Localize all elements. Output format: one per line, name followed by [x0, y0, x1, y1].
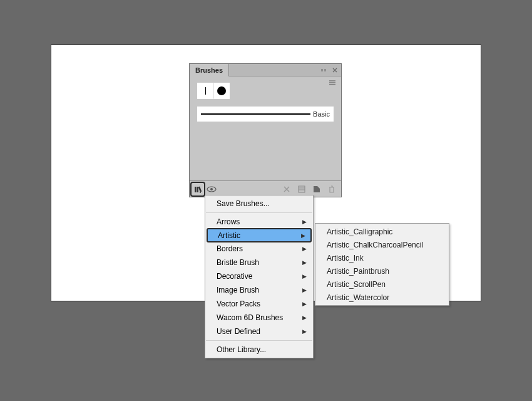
menu-artistic[interactable]: Artistic ▶	[207, 228, 312, 242]
submenu-artistic-chalkcharcoal[interactable]: Artistic_ChalkCharcoalPencil	[315, 238, 449, 251]
tab-brushes[interactable]: Brushes	[190, 64, 229, 76]
menu-label: Borders	[217, 244, 243, 253]
menu-other-library[interactable]: Other Library...	[205, 343, 313, 357]
brush-list-item-basic[interactable]: Basic	[197, 107, 334, 122]
menu-bristle-brush[interactable]: Bristle Brush ▶	[205, 256, 313, 269]
brush-libraries-menu: Save Brushes... Arrows ▶ Artistic ▶ Bord…	[205, 195, 314, 358]
menu-label: User Defined	[217, 327, 260, 336]
menu-label: Save Brushes...	[217, 199, 270, 208]
menu-label: Artistic_Calligraphic	[327, 227, 392, 236]
svg-point-1	[210, 188, 213, 190]
svg-point-6	[200, 192, 201, 193]
menu-user-defined[interactable]: User Defined ▶	[205, 325, 313, 338]
menu-label: Artistic	[218, 231, 240, 240]
menu-label: Decorative	[217, 272, 252, 281]
menu-borders[interactable]: Borders ▶	[205, 242, 313, 256]
toggle-view-icon[interactable]	[206, 184, 217, 195]
remove-stroke-icon[interactable]	[281, 184, 292, 195]
menu-label: Artistic_Ink	[327, 254, 364, 263]
svg-rect-5	[197, 187, 199, 192]
menu-label: Artistic_Paintbrush	[327, 267, 389, 276]
collapse-icon[interactable]	[319, 65, 329, 75]
menu-label: Artistic_ScrollPen	[327, 280, 386, 289]
artistic-submenu: Artistic_Calligraphic Artistic_ChalkChar…	[315, 223, 449, 306]
chevron-right-icon: ▶	[301, 232, 305, 239]
brush-libraries-button[interactable]	[190, 182, 205, 197]
new-brush-icon[interactable]	[311, 184, 322, 195]
menu-wacom-6d[interactable]: Wacom 6D Brushes ▶	[205, 311, 313, 325]
chevron-right-icon: ▶	[302, 287, 307, 293]
svg-rect-4	[195, 187, 197, 192]
menu-arrows[interactable]: Arrows ▶	[205, 215, 313, 229]
menu-label: Vector Packs	[217, 299, 260, 308]
chevron-right-icon: ▶	[302, 301, 307, 307]
menu-label: Other Library...	[217, 345, 266, 354]
chevron-right-icon: ▶	[302, 246, 307, 252]
menu-decorative[interactable]: Decorative ▶	[205, 269, 313, 283]
brushes-panel: Brushes Basic	[189, 63, 342, 197]
chevron-right-icon: ▶	[302, 259, 307, 266]
menu-label: Arrows	[217, 217, 240, 226]
delete-icon[interactable]	[326, 184, 337, 195]
brush-stroke-preview	[201, 113, 310, 115]
menu-label: Wacom 6D Brushes	[217, 313, 283, 322]
panel-header: Brushes	[190, 64, 341, 76]
menu-label: Artistic_ChalkCharcoalPencil	[327, 241, 423, 249]
svg-rect-2	[299, 186, 305, 192]
submenu-artistic-paintbrush[interactable]: Artistic_Paintbrush	[315, 264, 449, 278]
menu-separator	[206, 340, 312, 341]
chevron-right-icon: ▶	[302, 273, 307, 279]
brush-thumb-thin[interactable]	[197, 83, 213, 99]
brush-thumb-round[interactable]	[213, 83, 230, 99]
tab-label: Brushes	[195, 66, 223, 74]
submenu-artistic-ink[interactable]: Artistic_Ink	[315, 251, 449, 264]
menu-separator	[206, 212, 312, 213]
chevron-right-icon: ▶	[302, 328, 307, 335]
submenu-artistic-scrollpen[interactable]: Artistic_ScrollPen	[315, 278, 449, 291]
menu-label: Artistic_Watercolor	[327, 293, 389, 302]
menu-label: Bristle Brush	[217, 258, 259, 267]
menu-label: Image Brush	[217, 286, 259, 294]
submenu-artistic-calligraphic[interactable]: Artistic_Calligraphic	[315, 225, 449, 238]
brush-thumbnails	[197, 83, 334, 99]
panel-body: Basic	[190, 76, 341, 128]
chevron-right-icon: ▶	[302, 219, 307, 225]
brush-name: Basic	[313, 110, 330, 118]
close-icon[interactable]	[330, 65, 340, 75]
chevron-right-icon: ▶	[302, 315, 307, 321]
menu-save-brushes[interactable]: Save Brushes...	[205, 197, 313, 211]
panel-menu-icon[interactable]	[327, 78, 337, 88]
submenu-artistic-watercolor[interactable]: Artistic_Watercolor	[315, 291, 449, 304]
menu-vector-packs[interactable]: Vector Packs ▶	[205, 297, 313, 311]
options-icon[interactable]	[296, 184, 307, 195]
menu-image-brush[interactable]: Image Brush ▶	[205, 283, 313, 297]
